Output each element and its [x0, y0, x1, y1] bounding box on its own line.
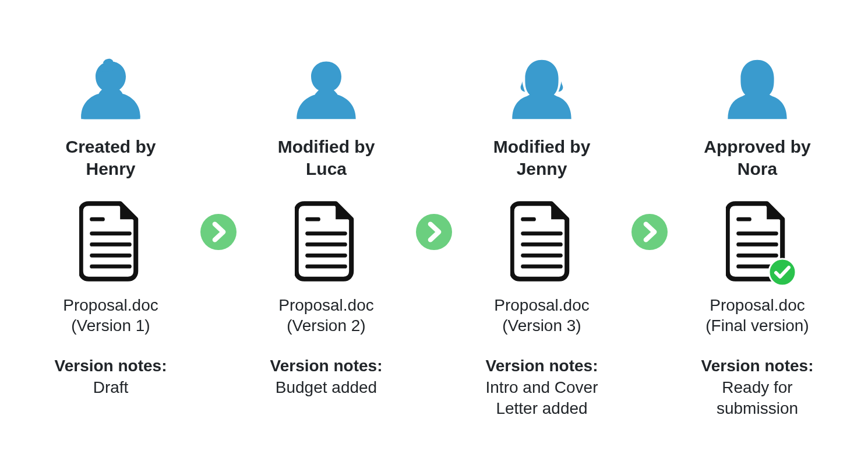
file-name: Proposal.doc: [710, 296, 805, 314]
arrow-2: [414, 55, 454, 250]
action-line1: Modified by: [278, 137, 375, 156]
notes-heading: Version notes:: [55, 356, 167, 377]
action-label: Created by Henry: [65, 136, 156, 180]
file-label: Proposal.doc (Version 3): [494, 295, 589, 336]
file-label: Proposal.doc (Version 2): [278, 295, 373, 336]
document-icon-wrap: [510, 200, 573, 282]
action-line2: Jenny: [517, 159, 567, 178]
notes-text: Budget added: [276, 377, 377, 398]
document-icon-wrap: [295, 200, 358, 282]
file-version: (Version 3): [502, 316, 581, 335]
version-flow: Created by Henry Proposal.doc (Version 1…: [0, 44, 868, 431]
action-line1: Modified by: [493, 137, 591, 156]
file-version: (Version 1): [71, 316, 150, 335]
action-line1: Approved by: [704, 137, 810, 156]
svg-point-11: [416, 214, 452, 250]
document-icon-wrap: [726, 200, 789, 282]
document-icon: [295, 200, 358, 282]
notes-heading: Version notes:: [270, 356, 383, 377]
arrow-1: [198, 55, 239, 250]
action-label: Modified by Jenny: [493, 136, 591, 180]
version-step-1: Created by Henry Proposal.doc (Version 1…: [23, 55, 198, 398]
notes-text: Ready for submission: [717, 377, 798, 420]
arrow-3: [629, 55, 670, 250]
file-label: Proposal.doc (Version 1): [63, 295, 158, 336]
person-female-icon: [719, 55, 795, 131]
action-line2: Henry: [86, 159, 135, 178]
file-label: Proposal.doc (Final version): [705, 295, 809, 336]
notes-heading: Version notes:: [701, 356, 814, 377]
action-label: Modified by Luca: [278, 136, 375, 180]
document-icon: [510, 200, 573, 282]
person-female-icon: [504, 55, 580, 131]
notes-text: Intro and Cover Letter added: [486, 377, 598, 420]
chevron-right-circle-icon: [631, 214, 668, 250]
person-male-icon: [288, 55, 364, 131]
svg-point-17: [631, 214, 668, 250]
chevron-right-circle-icon: [200, 214, 237, 250]
file-version: (Version 2): [287, 316, 365, 335]
checkmark-circle-icon: [768, 258, 797, 287]
file-name: Proposal.doc: [494, 296, 589, 314]
notes-heading: Version notes:: [486, 356, 598, 377]
version-step-3: Modified by Jenny Proposal.doc (Version …: [454, 55, 629, 419]
file-name: Proposal.doc: [278, 296, 373, 314]
action-line1: Created by: [65, 137, 156, 156]
file-name: Proposal.doc: [63, 296, 158, 314]
version-step-2: Modified by Luca Proposal.doc (Version 2…: [239, 55, 414, 398]
action-label: Approved by Nora: [704, 136, 810, 180]
action-line2: Nora: [738, 159, 777, 178]
action-line2: Luca: [306, 159, 347, 178]
file-version: (Final version): [705, 316, 809, 335]
person-male-icon: [73, 55, 149, 131]
version-step-4: Approved by Nora Proposal.doc (Final ver…: [670, 55, 845, 419]
chevron-right-circle-icon: [416, 214, 452, 250]
document-icon-wrap: [79, 200, 142, 282]
svg-point-5: [200, 214, 237, 250]
document-icon: [79, 200, 142, 282]
notes-text: Draft: [93, 377, 129, 398]
